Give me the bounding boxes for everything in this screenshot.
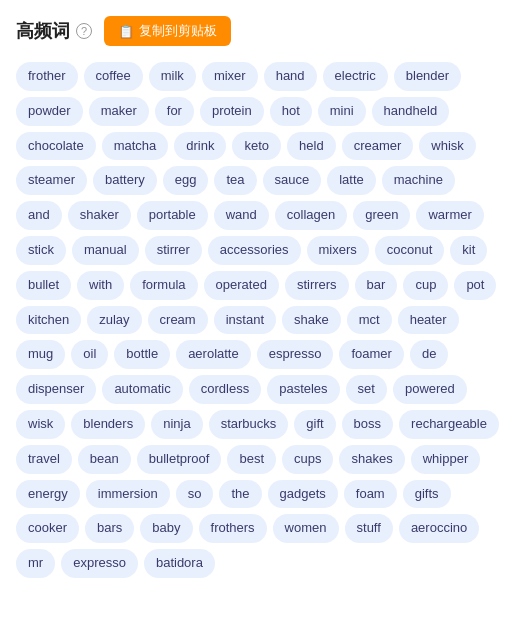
tag-item[interactable]: travel	[16, 445, 72, 474]
tag-item[interactable]: milk	[149, 62, 196, 91]
tag-item[interactable]: warmer	[416, 201, 483, 230]
tag-item[interactable]: bottle	[114, 340, 170, 369]
tag-item[interactable]: wisk	[16, 410, 65, 439]
tag-item[interactable]: blender	[394, 62, 461, 91]
tag-item[interactable]: green	[353, 201, 410, 230]
tag-item[interactable]: drink	[174, 132, 226, 161]
tag-item[interactable]: de	[410, 340, 448, 369]
tag-item[interactable]: whipper	[411, 445, 481, 474]
tag-item[interactable]: egg	[163, 166, 209, 195]
tag-item[interactable]: foamer	[339, 340, 403, 369]
tag-item[interactable]: oil	[71, 340, 108, 369]
tag-item[interactable]: ninja	[151, 410, 202, 439]
tag-item[interactable]: accessories	[208, 236, 301, 265]
tag-item[interactable]: held	[287, 132, 336, 161]
tag-item[interactable]: handheld	[372, 97, 450, 126]
tag-item[interactable]: best	[227, 445, 276, 474]
tag-item[interactable]: heater	[398, 306, 459, 335]
tag-item[interactable]: mini	[318, 97, 366, 126]
tag-item[interactable]: matcha	[102, 132, 169, 161]
tag-item[interactable]: formula	[130, 271, 197, 300]
tag-item[interactable]: bars	[85, 514, 134, 543]
tag-item[interactable]: cups	[282, 445, 333, 474]
tag-item[interactable]: the	[219, 480, 261, 509]
tag-item[interactable]: shaker	[68, 201, 131, 230]
tag-item[interactable]: steamer	[16, 166, 87, 195]
tag-item[interactable]: maker	[89, 97, 149, 126]
tag-item[interactable]: expresso	[61, 549, 138, 578]
tag-item[interactable]: gifts	[403, 480, 451, 509]
tag-item[interactable]: aerolatte	[176, 340, 251, 369]
tag-item[interactable]: electric	[323, 62, 388, 91]
tag-item[interactable]: dispenser	[16, 375, 96, 404]
tag-item[interactable]: powered	[393, 375, 467, 404]
tag-item[interactable]: energy	[16, 480, 80, 509]
tag-item[interactable]: creamer	[342, 132, 414, 161]
tag-item[interactable]: operated	[204, 271, 279, 300]
tag-item[interactable]: gift	[294, 410, 335, 439]
tag-item[interactable]: mixer	[202, 62, 258, 91]
tag-item[interactable]: collagen	[275, 201, 347, 230]
tag-item[interactable]: tea	[214, 166, 256, 195]
tag-item[interactable]: batidora	[144, 549, 215, 578]
tag-item[interactable]: automatic	[102, 375, 182, 404]
tag-item[interactable]: portable	[137, 201, 208, 230]
tag-item[interactable]: frother	[16, 62, 78, 91]
tag-item[interactable]: rechargeable	[399, 410, 499, 439]
tag-item[interactable]: aeroccino	[399, 514, 479, 543]
tag-item[interactable]: bean	[78, 445, 131, 474]
tag-item[interactable]: cordless	[189, 375, 261, 404]
tag-item[interactable]: bulletproof	[137, 445, 222, 474]
tag-item[interactable]: espresso	[257, 340, 334, 369]
tag-item[interactable]: hot	[270, 97, 312, 126]
tag-item[interactable]: shake	[282, 306, 341, 335]
tag-item[interactable]: mixers	[307, 236, 369, 265]
tag-item[interactable]: pasteles	[267, 375, 339, 404]
tag-item[interactable]: cup	[403, 271, 448, 300]
tag-item[interactable]: wand	[214, 201, 269, 230]
tag-item[interactable]: keto	[232, 132, 281, 161]
tag-item[interactable]: gadgets	[268, 480, 338, 509]
tag-item[interactable]: with	[77, 271, 124, 300]
tag-item[interactable]: starbucks	[209, 410, 289, 439]
tag-item[interactable]: so	[176, 480, 214, 509]
tag-item[interactable]: kit	[450, 236, 487, 265]
tag-item[interactable]: frothers	[199, 514, 267, 543]
tag-item[interactable]: mug	[16, 340, 65, 369]
tag-item[interactable]: cooker	[16, 514, 79, 543]
tag-item[interactable]: coffee	[84, 62, 143, 91]
help-icon[interactable]: ?	[76, 23, 92, 39]
tag-item[interactable]: stirrer	[145, 236, 202, 265]
tag-item[interactable]: set	[346, 375, 387, 404]
tag-item[interactable]: kitchen	[16, 306, 81, 335]
tag-item[interactable]: whisk	[419, 132, 476, 161]
tag-item[interactable]: battery	[93, 166, 157, 195]
tag-item[interactable]: blenders	[71, 410, 145, 439]
tag-item[interactable]: powder	[16, 97, 83, 126]
copy-to-clipboard-button[interactable]: 📋 复制到剪贴板	[104, 16, 231, 46]
tag-item[interactable]: zulay	[87, 306, 141, 335]
tag-item[interactable]: protein	[200, 97, 264, 126]
tag-item[interactable]: mr	[16, 549, 55, 578]
tag-item[interactable]: stick	[16, 236, 66, 265]
tag-item[interactable]: chocolate	[16, 132, 96, 161]
tag-item[interactable]: boss	[342, 410, 393, 439]
tag-item[interactable]: shakes	[339, 445, 404, 474]
tag-item[interactable]: and	[16, 201, 62, 230]
tag-item[interactable]: coconut	[375, 236, 445, 265]
tag-item[interactable]: for	[155, 97, 194, 126]
tag-item[interactable]: baby	[140, 514, 192, 543]
tag-item[interactable]: bar	[355, 271, 398, 300]
tag-item[interactable]: machine	[382, 166, 455, 195]
tag-item[interactable]: manual	[72, 236, 139, 265]
tag-item[interactable]: bullet	[16, 271, 71, 300]
tag-item[interactable]: pot	[454, 271, 496, 300]
tag-item[interactable]: instant	[214, 306, 276, 335]
tag-item[interactable]: mct	[347, 306, 392, 335]
tag-item[interactable]: immersion	[86, 480, 170, 509]
tag-item[interactable]: foam	[344, 480, 397, 509]
tag-item[interactable]: stirrers	[285, 271, 349, 300]
tag-item[interactable]: latte	[327, 166, 376, 195]
tag-item[interactable]: cream	[148, 306, 208, 335]
tag-item[interactable]: stuff	[345, 514, 393, 543]
